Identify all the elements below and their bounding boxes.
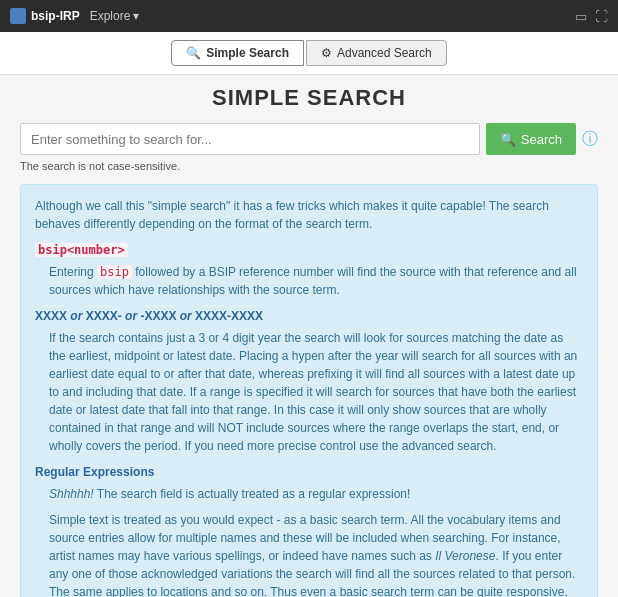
section-regex-content: Shhhhh! The search field is actually tre…: [49, 485, 583, 597]
section-date-content: If the search contains just a 3 or 4 dig…: [49, 329, 583, 455]
advanced-search-icon: ⚙: [321, 46, 332, 60]
regex-subtitle: Shhhhh! The search field is actually tre…: [49, 485, 583, 503]
help-icon[interactable]: ⓘ: [582, 129, 598, 150]
date-text: If the search contains just a 3 or 4 dig…: [49, 329, 583, 455]
search-bar-row: 🔍 Search ⓘ: [20, 123, 598, 155]
advanced-search-label: Advanced Search: [337, 46, 432, 60]
info-intro: Although we call this "simple search" it…: [35, 197, 583, 233]
explore-label: Explore: [90, 9, 131, 23]
fullscreen-icon[interactable]: ⛶: [595, 9, 608, 24]
explore-menu[interactable]: Explore: [90, 9, 140, 23]
bsip-inline-code: bsip: [97, 265, 132, 279]
search-input[interactable]: [20, 123, 480, 155]
bsip-code: bsip<number>: [35, 243, 128, 257]
simple-search-label: Simple Search: [206, 46, 289, 60]
navbar-right: ▭ ⛶: [575, 9, 608, 24]
tab-simple-search[interactable]: 🔍 Simple Search: [171, 40, 304, 66]
brand-label: bsip-IRP: [31, 9, 80, 23]
navbar-brand[interactable]: bsip-IRP: [10, 8, 80, 24]
search-btn-label: Search: [521, 132, 562, 147]
section-bsip-content: Entering bsip followed by a BSIP referen…: [49, 263, 583, 299]
tab-advanced-search[interactable]: ⚙ Advanced Search: [306, 40, 447, 66]
search-button[interactable]: 🔍 Search: [486, 123, 576, 155]
info-box: Although we call this "simple search" it…: [20, 184, 598, 597]
navbar-left: bsip-IRP Explore: [10, 8, 139, 24]
page-title: SIMPLE SEARCH: [20, 85, 598, 111]
section-title-date: XXXX or XXXX- or -XXXX or XXXX-XXXX: [35, 307, 583, 325]
search-note: The search is not case-sensitive.: [20, 160, 598, 172]
brand-icon: [10, 8, 26, 24]
section-title-bsip: bsip<number>: [35, 241, 583, 259]
bsip-text: Entering bsip followed by a BSIP referen…: [49, 263, 583, 299]
regex-text1: Simple text is treated as you would expe…: [49, 511, 583, 597]
simple-search-icon: 🔍: [186, 46, 201, 60]
navbar: bsip-IRP Explore ▭ ⛶: [0, 0, 618, 32]
window-icon[interactable]: ▭: [575, 9, 587, 24]
main-content: SIMPLE SEARCH 🔍 Search ⓘ The search is n…: [0, 75, 618, 597]
section-title-regex: Regular Expressions: [35, 463, 583, 481]
explore-chevron-icon: [133, 9, 139, 23]
tab-bar: 🔍 Simple Search ⚙ Advanced Search: [0, 32, 618, 75]
search-btn-icon: 🔍: [500, 132, 516, 147]
